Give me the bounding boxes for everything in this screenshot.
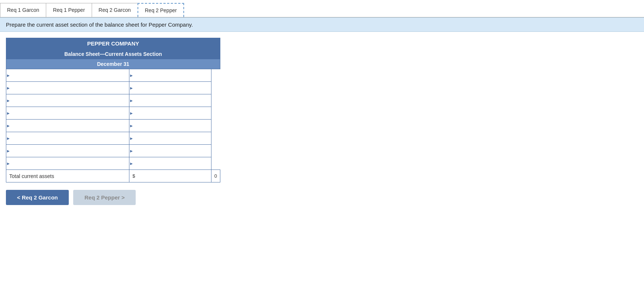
total-row: Total current assets $ 0 bbox=[6, 170, 220, 182]
company-name-header: PEPPER COMPANY bbox=[6, 38, 220, 49]
table-row bbox=[6, 132, 220, 145]
table-row bbox=[6, 145, 220, 157]
row-value-cell[interactable] bbox=[129, 132, 211, 145]
row-label-input[interactable] bbox=[9, 108, 127, 118]
row-label-input[interactable] bbox=[9, 70, 127, 81]
subtitle-header: Balance Sheet—Current Assets Section bbox=[6, 49, 220, 59]
row-label-input[interactable] bbox=[9, 83, 127, 93]
instruction-banner: Prepare the current asset section of the… bbox=[0, 17, 644, 32]
row-label-cell[interactable] bbox=[6, 69, 129, 82]
balance-sheet-table: PEPPER COMPANY Balance Sheet—Current Ass… bbox=[6, 38, 220, 182]
row-value-cell[interactable] bbox=[129, 107, 211, 120]
row-value-cell[interactable] bbox=[129, 69, 211, 82]
row-label-cell[interactable] bbox=[6, 145, 129, 157]
instruction-text: Prepare the current asset section of the… bbox=[6, 21, 193, 28]
row-value-input[interactable] bbox=[132, 95, 209, 106]
tab-req1-pepper[interactable]: Req 1 Pepper bbox=[46, 3, 92, 17]
row-label-input[interactable] bbox=[9, 145, 127, 156]
tab-req2-pepper[interactable]: Req 2 Pepper bbox=[138, 3, 184, 17]
row-value-input[interactable] bbox=[132, 70, 209, 81]
row-value-cell[interactable] bbox=[129, 82, 211, 94]
prev-button[interactable]: < Req 2 Garcon bbox=[6, 190, 69, 205]
row-label-cell[interactable] bbox=[6, 94, 129, 107]
row-value-input[interactable] bbox=[132, 158, 209, 169]
row-value-cell[interactable] bbox=[129, 94, 211, 107]
row-label-cell[interactable] bbox=[6, 82, 129, 94]
table-row bbox=[6, 107, 220, 120]
row-label-cell[interactable] bbox=[6, 120, 129, 132]
next-button[interactable]: Req 2 Pepper > bbox=[73, 190, 136, 205]
date-header: December 31 bbox=[6, 59, 220, 69]
total-value: 0 bbox=[211, 170, 220, 182]
main-container: Req 1 Garcon Req 1 Pepper Req 2 Garcon R… bbox=[0, 0, 644, 302]
row-label-cell[interactable] bbox=[6, 157, 129, 170]
row-label-cell[interactable] bbox=[6, 107, 129, 120]
tab-req2-garcon[interactable]: Req 2 Garcon bbox=[92, 3, 138, 17]
row-value-input[interactable] bbox=[132, 83, 209, 93]
row-value-input[interactable] bbox=[132, 133, 209, 144]
balance-sheet-table-container: PEPPER COMPANY Balance Sheet—Current Ass… bbox=[6, 38, 220, 182]
row-value-cell[interactable] bbox=[129, 120, 211, 132]
row-value-cell[interactable] bbox=[129, 145, 211, 157]
table-row bbox=[6, 94, 220, 107]
tab-req1-garcon[interactable]: Req 1 Garcon bbox=[0, 3, 46, 17]
row-label-input[interactable] bbox=[9, 120, 127, 131]
tabs-bar: Req 1 Garcon Req 1 Pepper Req 2 Garcon R… bbox=[0, 0, 644, 17]
row-label-input[interactable] bbox=[9, 95, 127, 106]
nav-buttons: < Req 2 Garcon Req 2 Pepper > bbox=[6, 190, 644, 205]
row-label-input[interactable] bbox=[9, 133, 127, 144]
row-label-input[interactable] bbox=[9, 158, 127, 169]
table-row bbox=[6, 69, 220, 82]
table-row bbox=[6, 82, 220, 94]
total-label: Total current assets bbox=[6, 170, 129, 182]
row-label-cell[interactable] bbox=[6, 132, 129, 145]
table-row bbox=[6, 120, 220, 132]
row-value-input[interactable] bbox=[132, 120, 209, 131]
row-value-input[interactable] bbox=[132, 145, 209, 156]
total-dollar-sign: $ bbox=[129, 170, 211, 182]
row-value-input[interactable] bbox=[132, 108, 209, 118]
row-value-cell[interactable] bbox=[129, 157, 211, 170]
table-row bbox=[6, 157, 220, 170]
